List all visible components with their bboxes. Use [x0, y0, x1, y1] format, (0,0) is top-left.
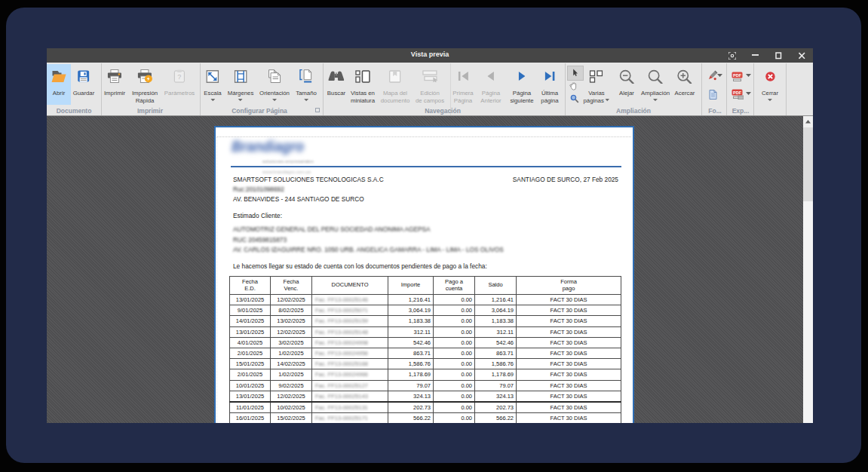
svg-text:?: ? — [177, 73, 181, 81]
svg-text:PDF: PDF — [733, 90, 742, 95]
svg-text:PDF: PDF — [733, 73, 742, 78]
